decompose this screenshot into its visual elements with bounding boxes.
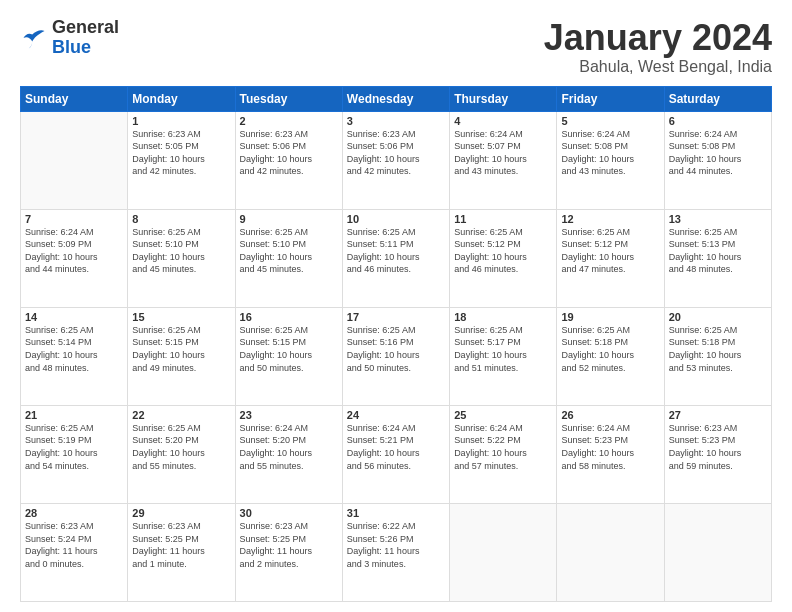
col-sunday: Sunday [21, 86, 128, 111]
day-info: Sunrise: 6:25 AM Sunset: 5:14 PM Dayligh… [25, 324, 123, 374]
day-number: 22 [132, 409, 230, 421]
calendar-cell: 5Sunrise: 6:24 AM Sunset: 5:08 PM Daylig… [557, 111, 664, 209]
day-number: 9 [240, 213, 338, 225]
calendar-cell: 11Sunrise: 6:25 AM Sunset: 5:12 PM Dayli… [450, 209, 557, 307]
day-info: Sunrise: 6:23 AM Sunset: 5:23 PM Dayligh… [669, 422, 767, 472]
col-tuesday: Tuesday [235, 86, 342, 111]
calendar-cell: 29Sunrise: 6:23 AM Sunset: 5:25 PM Dayli… [128, 503, 235, 601]
week-row-4: 28Sunrise: 6:23 AM Sunset: 5:24 PM Dayli… [21, 503, 772, 601]
day-info: Sunrise: 6:24 AM Sunset: 5:08 PM Dayligh… [561, 128, 659, 178]
day-number: 25 [454, 409, 552, 421]
day-number: 21 [25, 409, 123, 421]
day-number: 15 [132, 311, 230, 323]
day-info: Sunrise: 6:24 AM Sunset: 5:08 PM Dayligh… [669, 128, 767, 178]
day-number: 24 [347, 409, 445, 421]
day-number: 1 [132, 115, 230, 127]
day-number: 13 [669, 213, 767, 225]
day-info: Sunrise: 6:25 AM Sunset: 5:12 PM Dayligh… [561, 226, 659, 276]
day-number: 27 [669, 409, 767, 421]
day-info: Sunrise: 6:25 AM Sunset: 5:20 PM Dayligh… [132, 422, 230, 472]
calendar-cell [557, 503, 664, 601]
logo-blue: Blue [52, 37, 91, 57]
day-info: Sunrise: 6:25 AM Sunset: 5:17 PM Dayligh… [454, 324, 552, 374]
calendar-cell: 19Sunrise: 6:25 AM Sunset: 5:18 PM Dayli… [557, 307, 664, 405]
calendar-cell [21, 111, 128, 209]
col-saturday: Saturday [664, 86, 771, 111]
day-info: Sunrise: 6:24 AM Sunset: 5:22 PM Dayligh… [454, 422, 552, 472]
calendar-cell: 12Sunrise: 6:25 AM Sunset: 5:12 PM Dayli… [557, 209, 664, 307]
col-thursday: Thursday [450, 86, 557, 111]
day-info: Sunrise: 6:25 AM Sunset: 5:16 PM Dayligh… [347, 324, 445, 374]
header: General Blue January 2024 Bahula, West B… [20, 18, 772, 76]
calendar: Sunday Monday Tuesday Wednesday Thursday… [20, 86, 772, 602]
day-number: 11 [454, 213, 552, 225]
calendar-cell: 31Sunrise: 6:22 AM Sunset: 5:26 PM Dayli… [342, 503, 449, 601]
day-info: Sunrise: 6:23 AM Sunset: 5:24 PM Dayligh… [25, 520, 123, 570]
day-number: 18 [454, 311, 552, 323]
calendar-cell: 14Sunrise: 6:25 AM Sunset: 5:14 PM Dayli… [21, 307, 128, 405]
day-info: Sunrise: 6:24 AM Sunset: 5:23 PM Dayligh… [561, 422, 659, 472]
week-row-2: 14Sunrise: 6:25 AM Sunset: 5:14 PM Dayli… [21, 307, 772, 405]
day-info: Sunrise: 6:24 AM Sunset: 5:21 PM Dayligh… [347, 422, 445, 472]
calendar-cell: 24Sunrise: 6:24 AM Sunset: 5:21 PM Dayli… [342, 405, 449, 503]
day-info: Sunrise: 6:23 AM Sunset: 5:06 PM Dayligh… [240, 128, 338, 178]
calendar-header-row: Sunday Monday Tuesday Wednesday Thursday… [21, 86, 772, 111]
day-info: Sunrise: 6:25 AM Sunset: 5:11 PM Dayligh… [347, 226, 445, 276]
day-info: Sunrise: 6:25 AM Sunset: 5:15 PM Dayligh… [132, 324, 230, 374]
day-number: 2 [240, 115, 338, 127]
col-wednesday: Wednesday [342, 86, 449, 111]
day-info: Sunrise: 6:25 AM Sunset: 5:18 PM Dayligh… [561, 324, 659, 374]
day-info: Sunrise: 6:25 AM Sunset: 5:18 PM Dayligh… [669, 324, 767, 374]
logo-general: General [52, 17, 119, 37]
day-number: 26 [561, 409, 659, 421]
calendar-cell: 16Sunrise: 6:25 AM Sunset: 5:15 PM Dayli… [235, 307, 342, 405]
calendar-cell: 30Sunrise: 6:23 AM Sunset: 5:25 PM Dayli… [235, 503, 342, 601]
calendar-cell [664, 503, 771, 601]
calendar-cell: 26Sunrise: 6:24 AM Sunset: 5:23 PM Dayli… [557, 405, 664, 503]
calendar-cell: 28Sunrise: 6:23 AM Sunset: 5:24 PM Dayli… [21, 503, 128, 601]
day-number: 29 [132, 507, 230, 519]
calendar-cell: 20Sunrise: 6:25 AM Sunset: 5:18 PM Dayli… [664, 307, 771, 405]
calendar-cell: 6Sunrise: 6:24 AM Sunset: 5:08 PM Daylig… [664, 111, 771, 209]
day-info: Sunrise: 6:25 AM Sunset: 5:13 PM Dayligh… [669, 226, 767, 276]
day-number: 14 [25, 311, 123, 323]
calendar-cell [450, 503, 557, 601]
day-info: Sunrise: 6:25 AM Sunset: 5:15 PM Dayligh… [240, 324, 338, 374]
day-number: 30 [240, 507, 338, 519]
page: General Blue January 2024 Bahula, West B… [0, 0, 792, 612]
logo-text: General Blue [52, 18, 119, 58]
calendar-cell: 13Sunrise: 6:25 AM Sunset: 5:13 PM Dayli… [664, 209, 771, 307]
col-friday: Friday [557, 86, 664, 111]
main-title: January 2024 [544, 18, 772, 58]
calendar-cell: 18Sunrise: 6:25 AM Sunset: 5:17 PM Dayli… [450, 307, 557, 405]
day-info: Sunrise: 6:22 AM Sunset: 5:26 PM Dayligh… [347, 520, 445, 570]
logo-icon [20, 24, 48, 52]
day-number: 4 [454, 115, 552, 127]
calendar-cell: 7Sunrise: 6:24 AM Sunset: 5:09 PM Daylig… [21, 209, 128, 307]
day-number: 17 [347, 311, 445, 323]
day-number: 3 [347, 115, 445, 127]
calendar-cell: 15Sunrise: 6:25 AM Sunset: 5:15 PM Dayli… [128, 307, 235, 405]
day-info: Sunrise: 6:24 AM Sunset: 5:07 PM Dayligh… [454, 128, 552, 178]
day-number: 10 [347, 213, 445, 225]
day-number: 23 [240, 409, 338, 421]
calendar-cell: 27Sunrise: 6:23 AM Sunset: 5:23 PM Dayli… [664, 405, 771, 503]
day-info: Sunrise: 6:24 AM Sunset: 5:20 PM Dayligh… [240, 422, 338, 472]
title-section: January 2024 Bahula, West Bengal, India [544, 18, 772, 76]
week-row-1: 7Sunrise: 6:24 AM Sunset: 5:09 PM Daylig… [21, 209, 772, 307]
day-number: 8 [132, 213, 230, 225]
day-info: Sunrise: 6:23 AM Sunset: 5:05 PM Dayligh… [132, 128, 230, 178]
calendar-cell: 25Sunrise: 6:24 AM Sunset: 5:22 PM Dayli… [450, 405, 557, 503]
calendar-cell: 4Sunrise: 6:24 AM Sunset: 5:07 PM Daylig… [450, 111, 557, 209]
week-row-3: 21Sunrise: 6:25 AM Sunset: 5:19 PM Dayli… [21, 405, 772, 503]
day-info: Sunrise: 6:23 AM Sunset: 5:06 PM Dayligh… [347, 128, 445, 178]
calendar-cell: 10Sunrise: 6:25 AM Sunset: 5:11 PM Dayli… [342, 209, 449, 307]
calendar-cell: 3Sunrise: 6:23 AM Sunset: 5:06 PM Daylig… [342, 111, 449, 209]
day-number: 5 [561, 115, 659, 127]
week-row-0: 1Sunrise: 6:23 AM Sunset: 5:05 PM Daylig… [21, 111, 772, 209]
day-number: 7 [25, 213, 123, 225]
calendar-cell: 1Sunrise: 6:23 AM Sunset: 5:05 PM Daylig… [128, 111, 235, 209]
day-number: 20 [669, 311, 767, 323]
day-number: 16 [240, 311, 338, 323]
col-monday: Monday [128, 86, 235, 111]
